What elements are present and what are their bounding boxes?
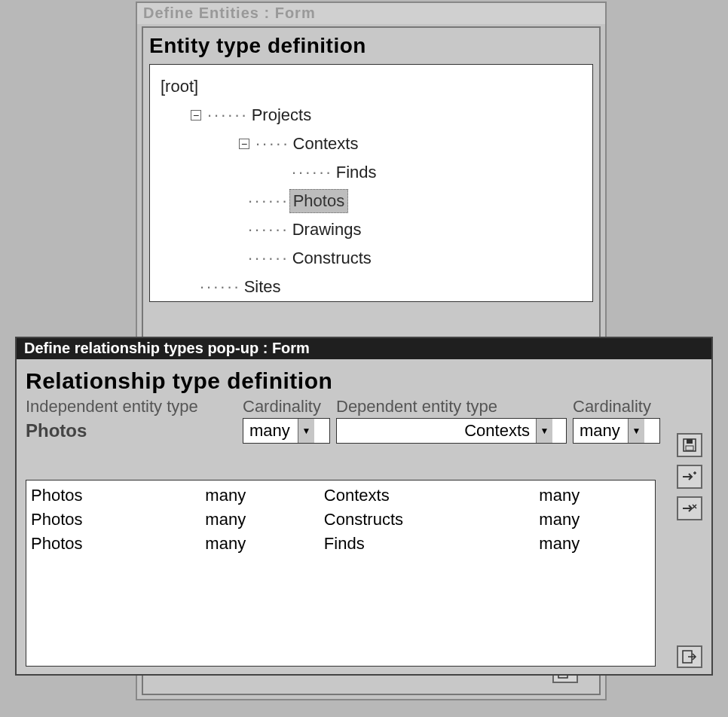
- cardinality2-field: Cardinality many ▼: [573, 397, 660, 444]
- entity-heading: Entity type definition: [149, 34, 595, 58]
- cell-card2: many: [539, 510, 650, 529]
- tree-node-sites[interactable]: ······ Sites: [158, 273, 585, 301]
- tree-connector: ······: [200, 277, 241, 297]
- chevron-down-icon[interactable]: ▼: [628, 419, 644, 443]
- tree-connector: ······: [207, 105, 249, 125]
- chevron-down-icon[interactable]: ▼: [298, 419, 314, 443]
- chevron-down-icon[interactable]: ▼: [536, 419, 552, 443]
- popup-body: Relationship type definition Independent…: [17, 359, 711, 674]
- field-label: Cardinality: [573, 397, 660, 416]
- table-row[interactable]: Photos many Finds many: [31, 532, 650, 556]
- table-row[interactable]: Photos many Constructs many: [31, 508, 650, 532]
- popup-title-text: Define relationship types pop-up : Form: [24, 340, 310, 356]
- cardinality2-combo[interactable]: many ▼: [573, 418, 660, 444]
- tree-label: Projects: [249, 104, 314, 127]
- field-label: Independent entity type: [26, 397, 237, 416]
- cardinality1-combo[interactable]: many ▼: [243, 418, 330, 444]
- cell-independent: Photos: [31, 534, 205, 554]
- dependent-entity-field: Dependent entity type Contexts ▼: [336, 397, 567, 444]
- tree-label: Sites: [241, 276, 284, 298]
- dependent-entity-combo[interactable]: Contexts ▼: [336, 418, 567, 444]
- cell-independent: Photos: [31, 510, 205, 529]
- delete-record-icon: [682, 503, 697, 514]
- independent-entity-field: Independent entity type Photos: [26, 397, 237, 444]
- exit-door-icon: [682, 650, 697, 664]
- cell-card1: many: [205, 534, 324, 554]
- tree-node-drawings[interactable]: ······ Drawings: [158, 215, 585, 244]
- independent-entity-value: Photos: [26, 418, 237, 444]
- tree-node-contexts[interactable]: − ····· Contexts: [158, 130, 585, 158]
- floppy-icon: [683, 438, 696, 452]
- tree-connector: ······: [248, 191, 289, 211]
- relationship-field-row: Independent entity type Photos Cardinali…: [26, 397, 705, 444]
- tree-label: Drawings: [289, 218, 365, 241]
- define-relationship-popup: Define relationship types pop-up : Form …: [15, 337, 713, 676]
- tree-label: Contexts: [290, 133, 362, 155]
- cell-card2: many: [539, 486, 650, 505]
- tree-connector: ······: [292, 163, 333, 182]
- table-row[interactable]: Photos many Contexts many: [31, 484, 650, 508]
- combo-value: many: [574, 419, 628, 443]
- cardinality1-field: Cardinality many ▼: [243, 397, 330, 444]
- cell-independent: Photos: [31, 486, 205, 505]
- cell-dependent: Constructs: [324, 510, 539, 529]
- tree-connector: ······: [248, 249, 289, 268]
- add-record-button[interactable]: [677, 465, 702, 489]
- tree-node-constructs[interactable]: ······ Constructs: [158, 244, 585, 273]
- svg-rect-3: [686, 446, 693, 450]
- field-label: Cardinality: [243, 397, 330, 416]
- tree-label: [root]: [158, 75, 201, 98]
- combo-value: Contexts: [337, 419, 536, 443]
- cell-card2: many: [539, 534, 650, 554]
- tree-node-photos[interactable]: ······ Photos: [158, 187, 585, 215]
- window-title-text: Define Entities : Form: [143, 5, 316, 21]
- collapse-icon[interactable]: −: [191, 110, 201, 121]
- tree-node-projects[interactable]: − ······ Projects: [158, 101, 585, 130]
- cell-dependent: Contexts: [324, 486, 539, 505]
- relationship-heading: Relationship type definition: [26, 368, 705, 394]
- tree-label-selected: Photos: [289, 189, 349, 213]
- popup-titlebar[interactable]: Define relationship types pop-up : Form: [17, 338, 711, 359]
- action-button-stack: [677, 433, 702, 520]
- close-button[interactable]: [677, 645, 702, 668]
- tree-node-root[interactable]: [root]: [158, 72, 585, 101]
- cell-dependent: Finds: [324, 534, 539, 554]
- tree-node-finds[interactable]: ······ Finds: [158, 158, 585, 187]
- collapse-icon[interactable]: −: [239, 139, 249, 149]
- window-titlebar[interactable]: Define Entities : Form: [137, 3, 605, 24]
- tree-label: Finds: [333, 161, 380, 184]
- combo-value: many: [243, 419, 298, 443]
- svg-rect-2: [687, 439, 693, 444]
- tree-connector: ······: [248, 220, 289, 240]
- field-label: Dependent entity type: [336, 397, 567, 416]
- save-button[interactable]: [677, 433, 702, 457]
- entity-tree[interactable]: [root] − ······ Projects − ····· Context…: [149, 64, 593, 302]
- relationship-list[interactable]: Photos many Contexts many Photos many Co…: [26, 480, 656, 667]
- cell-card1: many: [205, 510, 324, 529]
- new-record-icon: [682, 471, 697, 482]
- tree-connector: ·····: [255, 134, 290, 154]
- tree-label: Constructs: [289, 247, 375, 270]
- cell-card1: many: [205, 486, 324, 505]
- delete-record-button[interactable]: [677, 496, 702, 520]
